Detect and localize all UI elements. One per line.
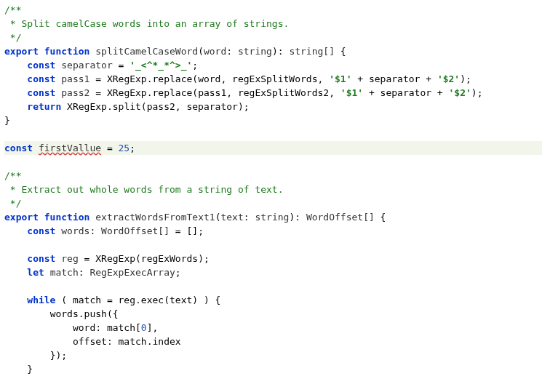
code-line: } bbox=[4, 115, 10, 126]
keyword-const: const bbox=[27, 225, 55, 236]
code-line: const words: WordOffset[] = []; bbox=[4, 225, 204, 236]
string-literal: '$2' bbox=[449, 87, 471, 98]
expression: ( match = reg.exec(text) ) bbox=[61, 295, 210, 305]
keyword-const: const bbox=[27, 60, 55, 71]
keyword-const: const bbox=[27, 253, 55, 264]
number-literal: 25 bbox=[119, 143, 130, 153]
code-line: }); bbox=[4, 350, 67, 361]
param: word bbox=[204, 46, 226, 57]
keyword-let: let bbox=[27, 267, 44, 278]
expression: words.push({ bbox=[50, 308, 119, 319]
expression: offset: match.index bbox=[73, 336, 181, 347]
keyword-while: while bbox=[27, 295, 55, 305]
identifier: pass2 bbox=[61, 87, 89, 98]
code-line: return XRegExp.split(pass2, separator); bbox=[4, 101, 250, 112]
code-line bbox=[4, 377, 10, 388]
code-line bbox=[4, 281, 10, 292]
comment: */ bbox=[4, 32, 21, 43]
type: string bbox=[255, 212, 289, 223]
code-line: const separator = '_<^*_*^>_'; bbox=[4, 60, 198, 71]
keyword-export: export bbox=[4, 46, 39, 57]
expression: = bbox=[101, 143, 118, 153]
code-line: offset: match.index bbox=[4, 336, 181, 347]
code-line: const pass1 = XRegExp.replace(word, regE… bbox=[4, 73, 471, 84]
expression: + separator + bbox=[363, 87, 448, 98]
expression: XRegExp.replace(word, regExSplitWords, bbox=[107, 73, 329, 84]
code-line: const pass2 = XRegExp.replace(pass1, reg… bbox=[4, 87, 483, 98]
code-line: */ bbox=[4, 198, 21, 209]
code-line: while ( match = reg.exec(text) ) { bbox=[4, 295, 220, 305]
keyword-const: const bbox=[4, 143, 33, 153]
expression: [] bbox=[186, 225, 198, 236]
type: WordOffset[] bbox=[101, 225, 170, 236]
code-line bbox=[4, 239, 10, 250]
code-line: words.push({ bbox=[4, 308, 119, 319]
identifier: reg bbox=[61, 253, 78, 264]
code-line: word: match[0], bbox=[4, 322, 158, 333]
keyword-return: return bbox=[27, 101, 61, 112]
keyword-const: const bbox=[27, 73, 55, 84]
string-literal: '$1' bbox=[340, 87, 363, 98]
param: text bbox=[220, 212, 243, 223]
string-literal: '_<^*_*^>_' bbox=[129, 60, 192, 71]
expression: word: match[ bbox=[73, 322, 141, 333]
expression: XRegExp.replace(pass1, regExSplitWords2, bbox=[107, 87, 340, 98]
comment: /** bbox=[4, 4, 21, 15]
expression: }); bbox=[50, 350, 67, 361]
keyword-function: function bbox=[44, 212, 90, 223]
return-type: WordOffset[] bbox=[306, 212, 375, 223]
string-literal: '$2' bbox=[437, 73, 460, 84]
keyword-export: export bbox=[4, 212, 39, 223]
function-name: extractWordsFromText1 bbox=[95, 212, 215, 223]
keyword-const: const bbox=[27, 87, 55, 98]
string-literal: '$1' bbox=[329, 73, 351, 84]
code-line: * Split camelCase words into an array of… bbox=[4, 18, 289, 29]
expression: + separator + bbox=[351, 73, 437, 84]
identifier: pass1 bbox=[61, 73, 89, 84]
expression: ); bbox=[471, 87, 483, 98]
code-line: let match: RegExpExecArray; bbox=[4, 267, 181, 278]
comment: /** bbox=[4, 170, 21, 181]
current-line: const firstVallue = 25; bbox=[4, 141, 542, 155]
expression: ], bbox=[147, 322, 159, 333]
code-line: /** bbox=[4, 170, 21, 181]
comment: * Split camelCase words into an array of… bbox=[4, 18, 289, 29]
identifier: match bbox=[50, 267, 79, 278]
expression: XRegExp.split(pass2, separator); bbox=[67, 101, 249, 112]
keyword-function: function bbox=[44, 46, 90, 57]
number-literal: 0 bbox=[141, 322, 147, 333]
code-line bbox=[4, 156, 10, 167]
code-line: */ bbox=[4, 32, 21, 43]
code-line: /** bbox=[4, 4, 21, 15]
return-type: string[] bbox=[289, 46, 335, 57]
code-line: export function splitCamelCaseWord(word:… bbox=[4, 46, 346, 57]
code-line bbox=[4, 129, 10, 140]
code-line: * Extract out whole words from a string … bbox=[4, 184, 284, 195]
type: string bbox=[238, 46, 272, 57]
identifier-misspelled: firstVallue bbox=[39, 143, 101, 153]
identifier: separator bbox=[61, 60, 112, 71]
code-line: const reg = XRegExp(regExWords); bbox=[4, 253, 210, 264]
comment: */ bbox=[4, 198, 21, 209]
code-editor[interactable]: /** * Split camelCase words into an arra… bbox=[0, 0, 542, 392]
code-line: export function extractWordsFromText1(te… bbox=[4, 212, 386, 223]
function-name: splitCamelCaseWord bbox=[95, 46, 198, 57]
expression: ); bbox=[460, 73, 471, 84]
comment: * Extract out whole words from a string … bbox=[4, 184, 284, 195]
identifier: words bbox=[61, 225, 89, 236]
expression: XRegExp(regExWords); bbox=[95, 253, 210, 264]
type: RegExpExecArray bbox=[89, 267, 175, 278]
code-line: } bbox=[4, 364, 33, 375]
